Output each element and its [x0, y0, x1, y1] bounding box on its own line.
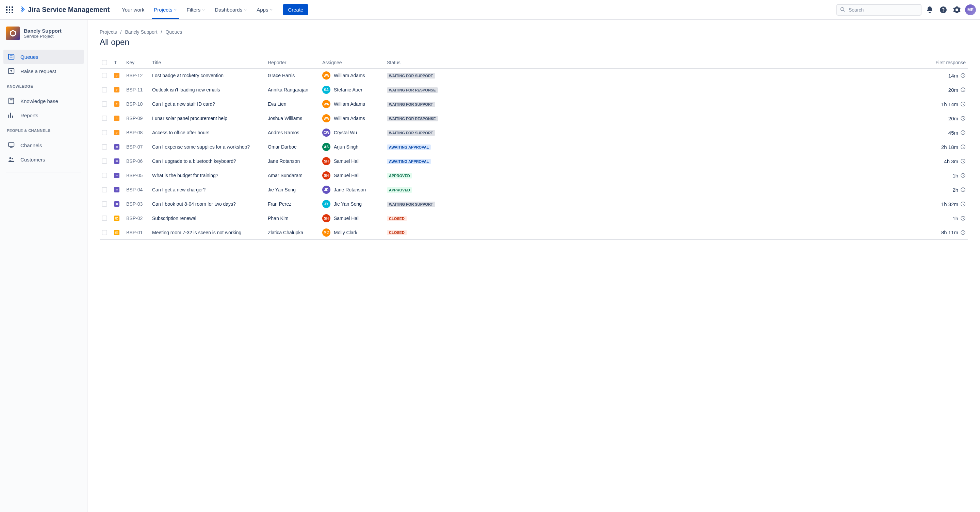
- sidebar-item-reports[interactable]: Reports: [3, 108, 84, 122]
- breadcrumb-item[interactable]: Bancly Support: [125, 29, 157, 35]
- table-row[interactable]: ? BSP-11 Outlook isn't loading new email…: [100, 82, 968, 97]
- issue-key[interactable]: BSP-06: [126, 159, 143, 164]
- breadcrumb-item[interactable]: Queues: [165, 29, 182, 35]
- app-switcher-icon[interactable]: [4, 5, 15, 15]
- assignee-avatar: CW: [322, 128, 331, 137]
- issue-title[interactable]: Can I upgrade to a bluetooth keyboard?: [152, 159, 236, 164]
- table-row[interactable]: BSP-06 Can I upgrade to a bluetooth keyb…: [100, 154, 968, 168]
- response-time: 1h 14m: [941, 101, 958, 107]
- assignee-name: William Adams: [334, 101, 365, 107]
- issue-key[interactable]: BSP-07: [126, 144, 143, 150]
- issue-key[interactable]: BSP-11: [126, 87, 143, 92]
- sidebar-item-customers[interactable]: Customers: [3, 152, 84, 166]
- table-row[interactable]: BSP-01 Meeting room 7-32 is sceen is not…: [100, 225, 968, 240]
- issue-key[interactable]: BSP-10: [126, 101, 143, 107]
- table-row[interactable]: ? BSP-10 Can I get a new staff ID card? …: [100, 97, 968, 111]
- assignee-cell[interactable]: JYJie Yan Song: [322, 200, 383, 208]
- sidebar-item-knowledge-base[interactable]: Knowledge base: [3, 94, 84, 108]
- table-row[interactable]: BSP-05 What is the budget for training? …: [100, 168, 968, 182]
- assignee-cell[interactable]: SHSamuel Hall: [322, 157, 383, 165]
- project-header[interactable]: Bancly Support Service Project: [3, 27, 84, 47]
- svg-rect-2: [11, 6, 13, 8]
- table-row[interactable]: BSP-02 Subscription renewal Phan Kim SHS…: [100, 211, 968, 225]
- settings-icon[interactable]: [951, 5, 962, 15]
- row-checkbox[interactable]: [102, 187, 107, 192]
- row-checkbox[interactable]: [102, 130, 107, 135]
- assignee-cell[interactable]: MCMolly Clark: [322, 228, 383, 237]
- sidebar-item-channels[interactable]: Channels: [3, 138, 84, 152]
- create-button[interactable]: Create: [283, 4, 308, 15]
- table-row[interactable]: ? BSP-12 Lost badge at rocketry conventi…: [100, 68, 968, 82]
- col-header-title[interactable]: Title: [150, 57, 266, 68]
- row-checkbox[interactable]: [102, 87, 107, 92]
- nav-item-projects[interactable]: Projects: [150, 1, 181, 19]
- search-input[interactable]: [837, 4, 921, 16]
- issue-key[interactable]: BSP-03: [126, 201, 143, 207]
- col-header-assignee[interactable]: Assignee: [320, 57, 385, 68]
- issue-key[interactable]: BSP-04: [126, 187, 143, 192]
- issue-title[interactable]: Can I expense some supplies for a worksh…: [152, 144, 250, 150]
- row-checkbox[interactable]: [102, 159, 107, 164]
- assignee-cell[interactable]: JRJane Rotanson: [322, 185, 383, 194]
- select-all-checkbox[interactable]: [102, 60, 107, 65]
- row-checkbox[interactable]: [102, 201, 107, 207]
- row-checkbox[interactable]: [102, 173, 107, 178]
- nav-item-apps[interactable]: Apps: [253, 1, 277, 19]
- row-checkbox[interactable]: [102, 144, 107, 150]
- issue-key[interactable]: BSP-05: [126, 173, 143, 178]
- table-row[interactable]: ? BSP-09 Lunar solar panel procurement h…: [100, 111, 968, 125]
- issue-title[interactable]: Lunar solar panel procurement help: [152, 116, 227, 121]
- col-header-key[interactable]: Key: [124, 57, 150, 68]
- issue-title[interactable]: Subscription renewal: [152, 216, 196, 221]
- issue-title[interactable]: Can I book out 8-04 room for two days?: [152, 201, 236, 207]
- sidebar-item-raise-a-request[interactable]: Raise a request: [3, 64, 84, 78]
- nav-item-label: Your work: [122, 7, 144, 13]
- product-logo[interactable]: Jira Service Management: [18, 6, 110, 14]
- issue-title[interactable]: Access to office after hours: [152, 130, 210, 135]
- row-checkbox[interactable]: [102, 116, 107, 121]
- issue-title[interactable]: Lost badge at rocketry convention: [152, 73, 224, 78]
- issue-title[interactable]: Can I get a new staff ID card?: [152, 101, 215, 107]
- col-header-status[interactable]: Status: [385, 57, 453, 68]
- row-checkbox[interactable]: [102, 216, 107, 221]
- assignee-cell[interactable]: SHSamuel Hall: [322, 171, 383, 179]
- issue-key[interactable]: BSP-01: [126, 230, 143, 235]
- nav-item-filters[interactable]: Filters: [182, 1, 209, 19]
- notifications-icon[interactable]: [924, 5, 935, 15]
- breadcrumb-item[interactable]: Projects: [100, 29, 117, 35]
- issue-key[interactable]: BSP-12: [126, 73, 143, 78]
- status-badge: Closed: [387, 216, 407, 221]
- issue-key[interactable]: BSP-08: [126, 130, 143, 135]
- row-checkbox[interactable]: [102, 230, 107, 235]
- table-row[interactable]: BSP-03 Can I book out 8-04 room for two …: [100, 197, 968, 211]
- svg-rect-46: [116, 176, 118, 176]
- assignee-cell[interactable]: SAStefanie Auer: [322, 86, 383, 94]
- assignee-cell[interactable]: ASArjun Singh: [322, 143, 383, 151]
- assignee-cell[interactable]: WAWilliam Adams: [322, 100, 383, 108]
- assignee-cell[interactable]: SHSamuel Hall: [322, 214, 383, 222]
- sidebar-item-queues[interactable]: Queues: [3, 50, 84, 64]
- issue-title[interactable]: Outlook isn't loading new emails: [152, 87, 220, 92]
- table-row[interactable]: ? BSP-08 Access to office after hours An…: [100, 125, 968, 140]
- assignee-cell[interactable]: WAWilliam Adams: [322, 114, 383, 122]
- nav-item-dashboards[interactable]: Dashboards: [211, 1, 251, 19]
- row-checkbox[interactable]: [102, 101, 107, 107]
- assignee-cell[interactable]: CWCrystal Wu: [322, 128, 383, 137]
- issue-key[interactable]: BSP-02: [126, 216, 143, 221]
- nav-item-your-work[interactable]: Your work: [118, 1, 148, 19]
- assignee-cell[interactable]: WAWilliam Adams: [322, 71, 383, 79]
- issue-title[interactable]: Can I get a new charger?: [152, 187, 205, 192]
- table-row[interactable]: BSP-04 Can I get a new charger? Jie Yan …: [100, 182, 968, 197]
- issue-title[interactable]: Meeting room 7-32 is sceen is not workin…: [152, 230, 241, 235]
- row-checkbox[interactable]: [102, 73, 107, 78]
- col-header-reporter[interactable]: Reporter: [266, 57, 320, 68]
- status-badge: Waiting for support: [387, 201, 435, 207]
- issue-key[interactable]: BSP-09: [126, 116, 143, 121]
- col-header-response[interactable]: First response: [453, 57, 968, 68]
- table-row[interactable]: BSP-07 Can I expense some supplies for a…: [100, 140, 968, 154]
- issue-title[interactable]: What is the budget for training?: [152, 173, 218, 178]
- user-avatar[interactable]: ME: [965, 5, 976, 15]
- response-time: 20m: [948, 116, 958, 121]
- help-icon[interactable]: ?: [938, 5, 949, 15]
- col-header-type[interactable]: T: [112, 57, 124, 68]
